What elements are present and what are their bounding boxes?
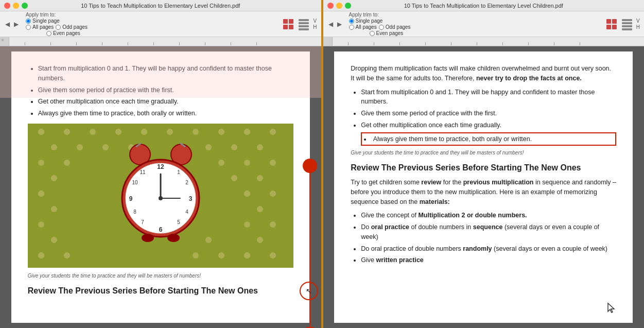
left-ruler: ⊕	[0, 37, 321, 46]
svg-rect-2	[283, 25, 288, 29]
left-red-arrow-line	[309, 166, 310, 328]
right-title-bar: 10 Tips to Teach Multiplication to Eleme…	[323, 0, 645, 11]
right-cursor-svg	[607, 302, 617, 315]
svg-point-29	[142, 234, 154, 242]
tick10	[256, 42, 257, 45]
left-toolbar: ◀ ▶ Apply trim to: Single page All pages	[0, 11, 321, 37]
right-body-para: Try to get children some review for the …	[351, 178, 616, 206]
right-radio-even-input[interactable]	[370, 31, 375, 36]
tick8	[205, 42, 205, 45]
right-radio-even: Even pages	[349, 30, 411, 36]
right-grid-icon	[605, 18, 618, 30]
right-intro-bold: never try to drop the facts at once.	[476, 75, 582, 82]
left-radio-odd: Odd pages	[56, 24, 88, 30]
left-radio-even-input[interactable]	[46, 31, 51, 36]
left-radio-single-input[interactable]	[26, 19, 31, 24]
right-nav-left[interactable]: ◀	[327, 20, 334, 29]
left-page-content-area[interactable]: Start from multiplication 0 and 1. They …	[0, 46, 321, 328]
left-minimize-button[interactable]	[13, 3, 19, 9]
right-rb3-prefix: Do oral practice of double numbers	[361, 245, 461, 252]
right-tick1	[348, 42, 349, 45]
right-pdf-page: Dropping them multiplication facts will …	[334, 51, 633, 323]
left-radio-even-label: Even pages	[53, 30, 80, 36]
left-section-title: Review The Previous Series Before Starti…	[28, 286, 293, 297]
left-pdf-pane: 10 Tips to Teach Multiplication to Eleme…	[0, 0, 321, 328]
right-tick9	[554, 42, 554, 45]
svg-rect-33	[612, 19, 617, 24]
left-maximize-button[interactable]	[22, 3, 28, 9]
right-review-bullet-3: Do oral practice of double numbers rando…	[361, 244, 616, 254]
svg-rect-35	[612, 25, 617, 29]
right-cursor	[607, 302, 617, 318]
right-tick5	[451, 42, 451, 45]
left-corner-box: ⊕	[0, 37, 9, 46]
right-ruler-horizontal	[333, 37, 645, 46]
right-apply-trim-label: Apply trim to:	[349, 12, 379, 18]
svg-rect-0	[283, 19, 288, 24]
svg-text:7: 7	[141, 219, 144, 225]
svg-rect-39	[622, 28, 632, 30]
svg-text:9: 9	[129, 195, 132, 202]
left-nav-left[interactable]: ◀	[4, 20, 11, 29]
right-tick7	[502, 42, 503, 45]
right-toolbar: ◀ ▶ Apply trim to: Single page All pages	[323, 11, 645, 37]
left-radio-all: All pages	[26, 24, 54, 30]
left-clock-image: 12 3 6 9 1 2 4 5 7 8 10 11	[28, 124, 293, 268]
left-toolbar-icons: V H	[282, 18, 317, 30]
left-grid2-icon	[298, 18, 310, 30]
svg-text:4: 4	[185, 209, 188, 215]
clock-svg: 12 3 6 9 1 2 4 5 7 8 10 11	[109, 139, 212, 252]
left-window-controls	[4, 3, 28, 9]
left-v-label: V	[314, 18, 317, 24]
left-bullet-2: Give them some period of practice with t…	[38, 85, 293, 95]
right-review-bullet-2: Do oral practice of double numbers in se…	[361, 222, 616, 242]
svg-rect-6	[299, 25, 309, 27]
svg-rect-36	[622, 19, 632, 21]
right-body-review: review	[421, 179, 441, 186]
right-radio-odd: Odd pages	[379, 24, 411, 30]
right-bullet-3: Get other multiplication once each time …	[361, 120, 616, 130]
right-rb4-prefix: Give	[361, 256, 374, 264]
right-maximize-button[interactable]	[345, 3, 351, 9]
left-radio-group: Single page All pages Odd pages	[26, 18, 88, 36]
right-minimize-button[interactable]	[336, 3, 342, 9]
right-nav-arrows: ◀ ▶	[327, 20, 343, 29]
right-rb1-bold: Multiplication 2 or double numbers.	[418, 212, 527, 219]
right-window-controls	[327, 3, 351, 9]
left-ruler-corner-mark: ⊕	[1, 38, 4, 42]
left-ruler-horizontal	[9, 37, 321, 46]
left-title-bar: 10 Tips to Teach Multiplication to Eleme…	[0, 0, 321, 11]
right-body-prev-mult: previous multiplication	[463, 179, 534, 186]
left-radio-all-input[interactable]	[26, 25, 31, 30]
right-radio-odd-input[interactable]	[379, 25, 384, 30]
right-bullet-2: Give them some period of practice with t…	[361, 109, 616, 118]
svg-text:6: 6	[159, 226, 162, 233]
left-nav-right[interactable]: ▶	[13, 20, 20, 29]
right-radio-all-label: All pages	[356, 24, 377, 30]
left-grid-icon	[282, 18, 294, 30]
left-h-label: H	[313, 24, 317, 30]
right-radio-single-input[interactable]	[349, 19, 354, 24]
right-nav-right[interactable]: ▶	[336, 20, 343, 29]
right-bullet-4: Always give them time to practice, both …	[361, 132, 616, 146]
main-container: 10 Tips to Teach Multiplication to Eleme…	[0, 0, 644, 328]
left-radio-single: Single page	[26, 18, 88, 24]
right-radio-all-input[interactable]	[349, 25, 354, 30]
right-v-label: V	[636, 18, 640, 24]
right-ruler	[323, 37, 645, 46]
right-page-content-area[interactable]: Dropping them multiplication facts will …	[323, 46, 645, 328]
right-radio-group: Single page All pages Odd pages	[349, 18, 411, 36]
right-tick2	[374, 42, 374, 45]
right-tick4	[425, 42, 426, 45]
left-bullet-list: Start from multiplication 0 and 1. They …	[38, 64, 293, 118]
left-radio-odd-input[interactable]	[56, 25, 61, 30]
right-bullet-1: Start from multiplication 0 and 1. They …	[361, 88, 616, 107]
right-close-button[interactable]	[327, 3, 334, 9]
left-close-button[interactable]	[4, 3, 10, 9]
svg-rect-4	[299, 19, 309, 21]
right-rb4-bold: written practice	[376, 256, 423, 264]
left-bullet-3: Get other multiplication once each time …	[38, 97, 293, 107]
right-tick6	[477, 42, 477, 45]
right-corner-box	[323, 37, 333, 46]
right-rb2-prefix: Do	[361, 223, 369, 231]
